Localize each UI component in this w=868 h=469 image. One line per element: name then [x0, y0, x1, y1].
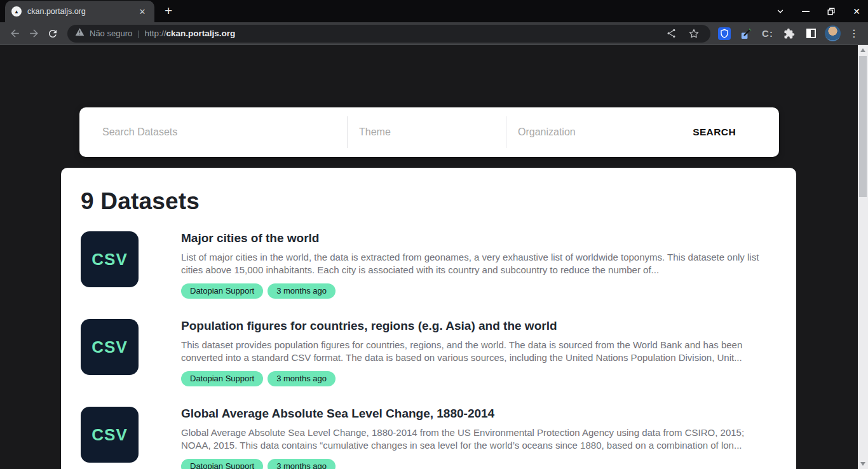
colorzilla-icon[interactable]: C:	[759, 25, 776, 43]
extensions-puzzle-icon[interactable]	[780, 25, 798, 43]
dataset-description: Global Average Absolute Sea Level Change…	[181, 426, 776, 452]
theme-input[interactable]	[348, 107, 506, 157]
scroll-up-icon[interactable]	[858, 46, 868, 55]
browser-toolbar: Não seguro | http://ckan.portaljs.org C:…	[0, 22, 868, 45]
organization-badge[interactable]: Datopian Support	[181, 459, 263, 469]
scrollbar-thumb[interactable]	[859, 56, 867, 197]
organization-input[interactable]	[506, 107, 674, 157]
site-favicon-icon: ▲	[11, 6, 22, 17]
dataset-title-link[interactable]: Global Average Absolute Sea Level Change…	[181, 407, 776, 421]
search-button[interactable]: SEARCH	[674, 107, 779, 157]
dataset-row: CSV Major cities of the world List of ma…	[81, 231, 776, 299]
extensions-area: C: ⋮	[715, 25, 863, 43]
url-scheme: http://	[145, 29, 166, 38]
eyedropper-icon[interactable]	[737, 25, 755, 43]
dataset-search-bar: SEARCH	[79, 107, 779, 157]
restore-button[interactable]	[827, 7, 836, 16]
password-manager-shield-icon[interactable]	[715, 25, 733, 43]
bookmark-star-icon[interactable]	[685, 25, 703, 43]
csv-format-tile: CSV	[81, 407, 139, 463]
share-icon[interactable]	[662, 25, 680, 43]
close-window-button[interactable]: ✕	[853, 6, 860, 17]
tab-search-chevron-icon[interactable]	[776, 7, 785, 16]
browser-tab[interactable]: ▲ ckan.portaljs.org ✕	[5, 1, 154, 22]
datasets-count-heading: 9 Datasets	[81, 188, 776, 215]
new-tab-button[interactable]: +	[165, 3, 172, 18]
dataset-description: List of major cities in the world, the d…	[181, 251, 776, 276]
dark-reader-icon[interactable]	[802, 25, 820, 43]
browser-menu-icon[interactable]: ⋮	[845, 25, 863, 43]
page-scrollbar[interactable]	[858, 45, 868, 469]
address-separator: |	[137, 29, 139, 38]
scroll-down-icon[interactable]	[858, 459, 868, 468]
address-bar[interactable]: Não seguro | http://ckan.portaljs.org	[67, 25, 710, 43]
dataset-title-link[interactable]: Population figures for countries, region…	[181, 319, 776, 333]
dataset-description: This dataset provides population figures…	[181, 339, 776, 364]
forward-icon[interactable]	[24, 24, 43, 43]
url-domain: ckan.portaljs.org	[166, 29, 235, 38]
dataset-title-link[interactable]: Major cities of the world	[181, 231, 776, 245]
updated-time-badge: 3 months ago	[268, 459, 336, 469]
window-controls: ✕	[776, 0, 860, 22]
dataset-row: CSV Population figures for countries, re…	[81, 319, 776, 386]
search-datasets-input[interactable]	[79, 107, 347, 157]
reload-icon[interactable]	[43, 24, 62, 43]
minimize-button[interactable]	[802, 11, 810, 12]
results-card: 9 Datasets CSV Major cities of the world…	[61, 168, 796, 469]
page-viewport: SEARCH 9 Datasets CSV Major cities of th…	[0, 45, 868, 469]
tab-close-icon[interactable]: ✕	[137, 6, 148, 17]
tab-title: ckan.portaljs.org	[27, 7, 131, 16]
dataset-row: CSV Global Average Absolute Sea Level Ch…	[81, 407, 776, 469]
page-url: http://ckan.portaljs.org	[145, 29, 236, 38]
profile-avatar[interactable]	[824, 25, 841, 43]
back-icon[interactable]	[5, 24, 24, 43]
updated-time-badge: 3 months ago	[268, 283, 336, 299]
security-label: Não seguro	[90, 29, 132, 38]
organization-badge[interactable]: Datopian Support	[181, 283, 263, 299]
csv-format-tile: CSV	[81, 319, 139, 375]
not-secure-warning-icon	[75, 27, 85, 39]
csv-format-tile: CSV	[81, 231, 139, 287]
updated-time-badge: 3 months ago	[268, 371, 336, 386]
organization-badge[interactable]: Datopian Support	[181, 371, 263, 386]
tab-bar: ▲ ckan.portaljs.org ✕ + ✕	[0, 0, 868, 22]
